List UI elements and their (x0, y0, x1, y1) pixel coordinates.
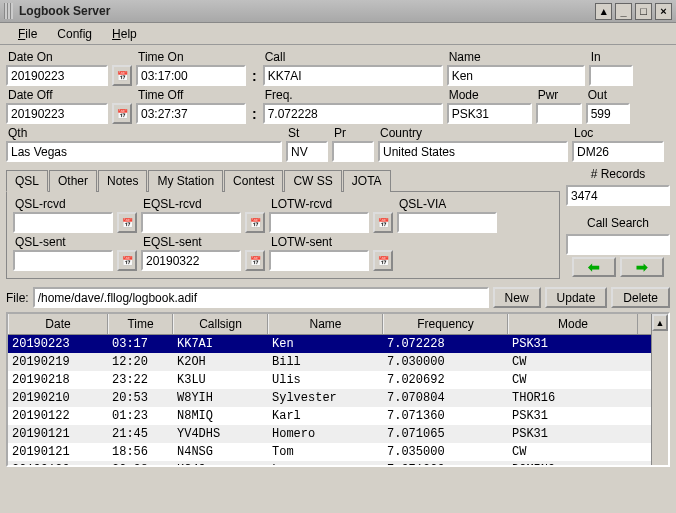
qsl-via-input[interactable] (397, 212, 497, 233)
menubar: File Config Help (0, 23, 676, 45)
delete-button[interactable]: Delete (611, 287, 670, 308)
label-date-on: Date On (6, 49, 108, 65)
lotw-sent-picker[interactable]: 📅 (373, 250, 393, 271)
label-pr: Pr (332, 125, 374, 141)
th-name[interactable]: Name (268, 314, 383, 334)
table-row[interactable]: 2019022303:17KK7AIKen7.072228PSK31 (8, 335, 668, 353)
cell-freq: 7.030000 (383, 354, 508, 370)
th-mode[interactable]: Mode (508, 314, 638, 334)
date-off-input[interactable] (6, 103, 108, 124)
label-eqsl-rcvd: EQSL-rcvd (141, 196, 241, 212)
table-row[interactable]: 2019012121:45YV4DHSHomero7.071065PSK31 (8, 425, 668, 443)
time-off-input[interactable] (136, 103, 246, 124)
cell-call: K2OH (173, 354, 268, 370)
qsl-sent-input[interactable] (13, 250, 113, 271)
th-frequency[interactable]: Frequency (383, 314, 508, 334)
lotw-rcvd-picker[interactable]: 📅 (373, 212, 393, 233)
table-header: Date Time Callsign Name Frequency Mode (8, 314, 668, 335)
cell-freq: 7.071000 (383, 462, 508, 467)
colon-sep: : (250, 65, 259, 86)
records-label: # Records (566, 165, 670, 183)
cell-time: 21:45 (108, 426, 173, 442)
cell-freq: 7.072228 (383, 336, 508, 352)
file-path-input[interactable] (33, 287, 489, 308)
cell-name: Karl (268, 408, 383, 424)
table-row[interactable]: 2019021020:53W8YIHSylvester7.070804THOR1… (8, 389, 668, 407)
eqsl-rcvd-picker[interactable]: 📅 (245, 212, 265, 233)
cell-call: N4NSG (173, 444, 268, 460)
tab-contest[interactable]: Contest (224, 170, 283, 192)
label-st: St (286, 125, 328, 141)
th-callsign[interactable]: Callsign (173, 314, 268, 334)
tab-my-station[interactable]: My Station (148, 170, 223, 192)
scroll-up-icon[interactable]: ▲ (652, 314, 668, 331)
qth-input[interactable] (6, 141, 282, 162)
eqsl-sent-picker[interactable]: 📅 (245, 250, 265, 271)
table-row[interactable]: 2019012020:28KG4QLarry7.071000DOMINO (8, 461, 668, 467)
cell-call: KK7AI (173, 336, 268, 352)
menu-config[interactable]: Config (47, 25, 102, 43)
time-on-input[interactable] (136, 65, 246, 86)
label-loc: Loc (572, 125, 664, 141)
pwr-input[interactable] (536, 103, 582, 124)
tab-jota[interactable]: JOTA (343, 170, 391, 192)
out-input[interactable] (586, 103, 630, 124)
cell-mode: CW (508, 354, 638, 370)
cell-time: 23:22 (108, 372, 173, 388)
menu-file[interactable]: File (8, 25, 47, 43)
tab-cw-ss[interactable]: CW SS (284, 170, 341, 192)
tab-notes[interactable]: Notes (98, 170, 147, 192)
new-button[interactable]: New (493, 287, 541, 308)
table-row[interactable]: 2019021912:20K2OHBill7.030000CW (8, 353, 668, 371)
tab-other[interactable]: Other (49, 170, 97, 192)
freq-input[interactable] (263, 103, 443, 124)
form-area: Date On 📅 Time On : Call Name In Date Of… (0, 45, 676, 283)
pr-input[interactable] (332, 141, 374, 162)
table-scrollbar[interactable]: ▲ (651, 314, 668, 465)
date-off-picker[interactable]: 📅 (112, 103, 132, 124)
table-row[interactable]: 2019012201:23N8MIQKarl7.071360PSK31 (8, 407, 668, 425)
lotw-sent-input[interactable] (269, 250, 369, 271)
name-input[interactable] (447, 65, 585, 86)
cell-call: N8MIQ (173, 408, 268, 424)
menu-help[interactable]: Help (102, 25, 147, 43)
in-input[interactable] (589, 65, 633, 86)
cell-mode: PSK31 (508, 408, 638, 424)
label-in: In (589, 49, 633, 65)
close-button[interactable]: × (655, 3, 672, 20)
qsl-rcvd-input[interactable] (13, 212, 113, 233)
label-time-on: Time On (136, 49, 246, 65)
table-row[interactable]: 2019021823:22K3LUUlis7.020692CW (8, 371, 668, 389)
search-next-button[interactable]: ➡ (620, 257, 664, 277)
label-out: Out (586, 87, 630, 103)
minimize-button[interactable]: _ (615, 3, 632, 20)
qsl-rcvd-picker[interactable]: 📅 (117, 212, 137, 233)
cell-date: 20190121 (8, 426, 108, 442)
mode-input[interactable] (447, 103, 532, 124)
lotw-rcvd-input[interactable] (269, 212, 369, 233)
qsl-sent-picker[interactable]: 📅 (117, 250, 137, 271)
call-search-input[interactable] (566, 234, 670, 255)
cell-date: 20190122 (8, 408, 108, 424)
th-time[interactable]: Time (108, 314, 173, 334)
search-prev-button[interactable]: ⬅ (572, 257, 616, 277)
log-table: Date Time Callsign Name Frequency Mode 2… (6, 312, 670, 467)
table-row[interactable]: 2019012118:56N4NSGTom7.035000CW (8, 443, 668, 461)
cell-freq: 7.035000 (383, 444, 508, 460)
cell-call: W8YIH (173, 390, 268, 406)
st-input[interactable] (286, 141, 328, 162)
shade-button[interactable]: ▴ (595, 3, 612, 20)
tab-qsl[interactable]: QSL (6, 170, 48, 192)
call-input[interactable] (263, 65, 443, 86)
maximize-button[interactable]: □ (635, 3, 652, 20)
date-on-picker[interactable]: 📅 (112, 65, 132, 86)
update-button[interactable]: Update (545, 287, 608, 308)
country-input[interactable] (378, 141, 568, 162)
loc-input[interactable] (572, 141, 664, 162)
eqsl-rcvd-input[interactable] (141, 212, 241, 233)
cell-date: 20190223 (8, 336, 108, 352)
date-on-input[interactable] (6, 65, 108, 86)
titlebar-grip[interactable] (4, 3, 13, 19)
th-date[interactable]: Date (8, 314, 108, 334)
eqsl-sent-input[interactable] (141, 250, 241, 271)
